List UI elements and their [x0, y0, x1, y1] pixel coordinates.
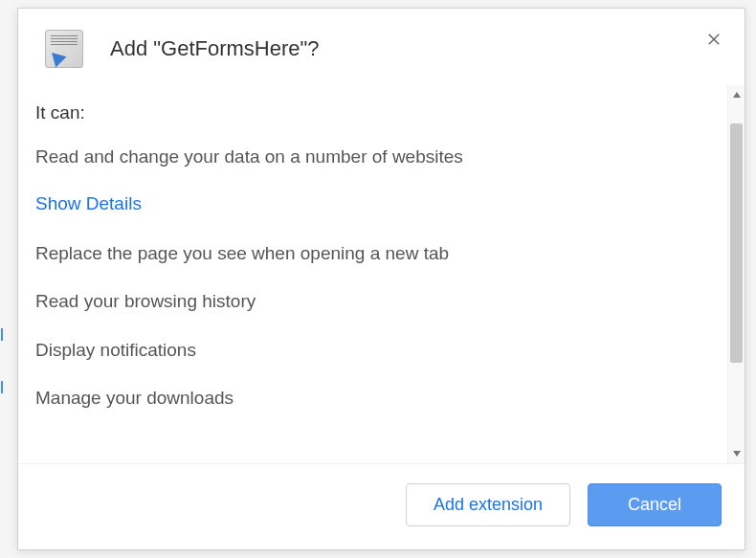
permission-item: Manage your downloads [35, 386, 700, 412]
show-details-link[interactable]: Show Details [35, 193, 142, 214]
permissions-intro: It can: [35, 102, 700, 123]
extension-install-dialog: Add "GetFormsHere"? It can: Read and cha… [17, 8, 745, 550]
dialog-body-wrapper: It can: Read and change your data on a n… [18, 85, 745, 463]
background-fragment: l [0, 378, 4, 398]
scrollbar-up-arrow[interactable] [728, 85, 745, 104]
svg-marker-3 [733, 451, 741, 457]
dialog-body: It can: Read and change your data on a n… [18, 85, 727, 463]
permission-item: Replace the page you see when opening a … [35, 241, 700, 267]
dialog-header: Add "GetFormsHere"? [18, 9, 745, 85]
dialog-footer: Add extension Cancel [18, 463, 745, 549]
extension-icon [45, 30, 83, 68]
scrollbar-down-arrow[interactable] [728, 444, 745, 463]
permission-item: Read and change your data on a number of… [35, 145, 700, 170]
scrollbar-thumb[interactable] [730, 123, 743, 363]
chevron-up-icon [732, 90, 742, 100]
svg-marker-2 [733, 92, 741, 98]
cancel-button[interactable]: Cancel [588, 483, 722, 526]
permission-item: Read your browsing history [35, 289, 700, 315]
dialog-title: Add "GetFormsHere"? [110, 36, 320, 61]
close-icon [705, 31, 723, 48]
background-fragment: l [0, 325, 4, 346]
close-button[interactable] [700, 26, 727, 53]
scrollbar[interactable] [727, 85, 745, 463]
chevron-down-icon [732, 449, 742, 458]
permission-item: Display notifications [35, 338, 700, 364]
add-extension-button[interactable]: Add extension [406, 483, 570, 526]
